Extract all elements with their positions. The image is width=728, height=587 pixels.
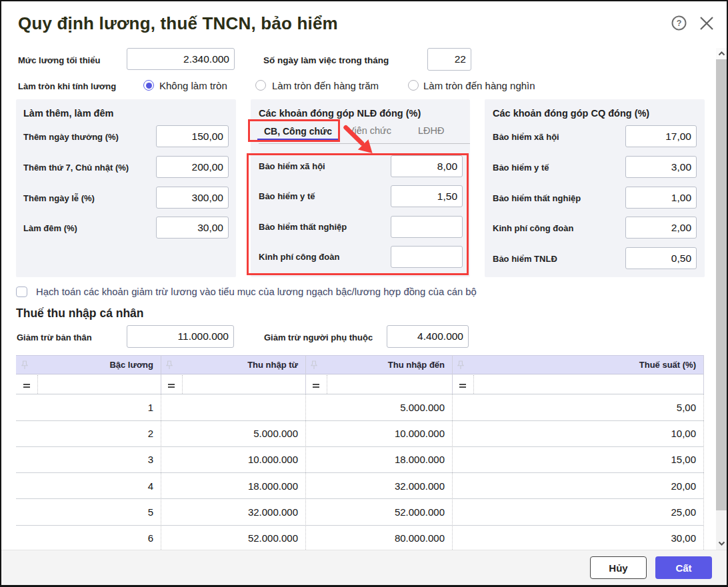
- svg-text:?: ?: [677, 19, 682, 28]
